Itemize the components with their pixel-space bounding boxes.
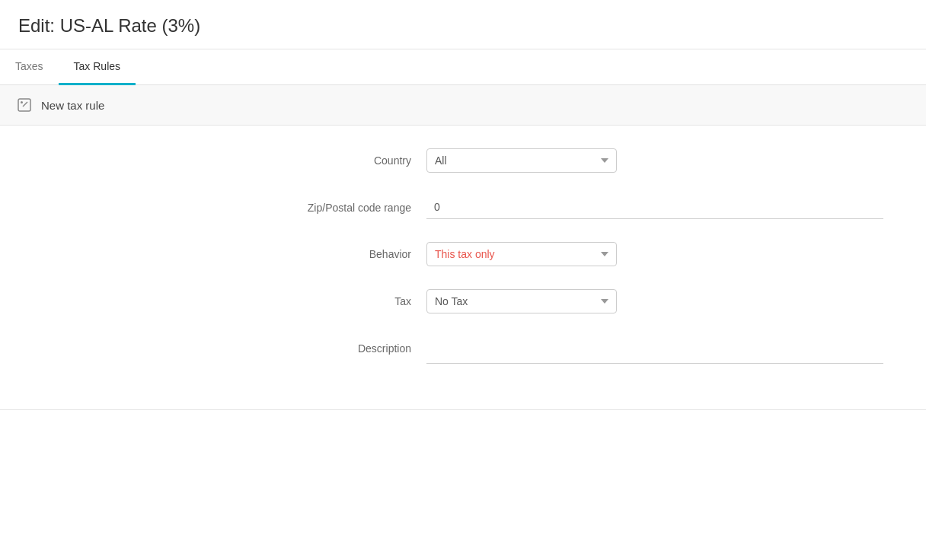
country-select[interactable]: All United States Canada United Kingdom (426, 148, 617, 173)
tab-tax-rules[interactable]: Tax Rules (59, 49, 136, 85)
svg-point-1 (21, 101, 23, 103)
tab-taxes[interactable]: Taxes (0, 49, 59, 85)
description-control (426, 336, 883, 364)
page-title: Edit: US-AL Rate (3%) (18, 15, 908, 37)
description-input[interactable] (426, 336, 883, 364)
behavior-control: This tax only Combined One after another (426, 242, 883, 266)
tag-icon (15, 96, 34, 114)
country-row: Country All United States Canada United … (0, 148, 926, 173)
description-row: Description (0, 336, 926, 364)
bottom-divider (0, 409, 926, 410)
tax-row: Tax No Tax US-AL Rate (3%) (0, 289, 926, 313)
description-label: Description (15, 336, 426, 355)
tax-control: No Tax US-AL Rate (3%) (426, 289, 883, 313)
behavior-select[interactable]: This tax only Combined One after another (426, 242, 617, 266)
page-header: Edit: US-AL Rate (3%) (0, 0, 926, 49)
zip-label: Zip/Postal code range (15, 196, 426, 214)
zip-row: Zip/Postal code range (0, 196, 926, 219)
behavior-label: Behavior (15, 242, 426, 260)
svg-line-2 (23, 102, 27, 107)
tax-label: Tax (15, 289, 426, 307)
behavior-row: Behavior This tax only Combined One afte… (0, 242, 926, 266)
zip-input[interactable] (426, 196, 883, 219)
tax-select[interactable]: No Tax US-AL Rate (3%) (426, 289, 617, 313)
country-label: Country (15, 148, 426, 167)
tabs-bar: Taxes Tax Rules (0, 49, 926, 85)
zip-control (426, 196, 883, 219)
country-control: All United States Canada United Kingdom (426, 148, 883, 173)
form-area: Country All United States Canada United … (0, 126, 926, 409)
section-header: New tax rule (0, 85, 926, 126)
section-title: New tax rule (41, 99, 104, 112)
